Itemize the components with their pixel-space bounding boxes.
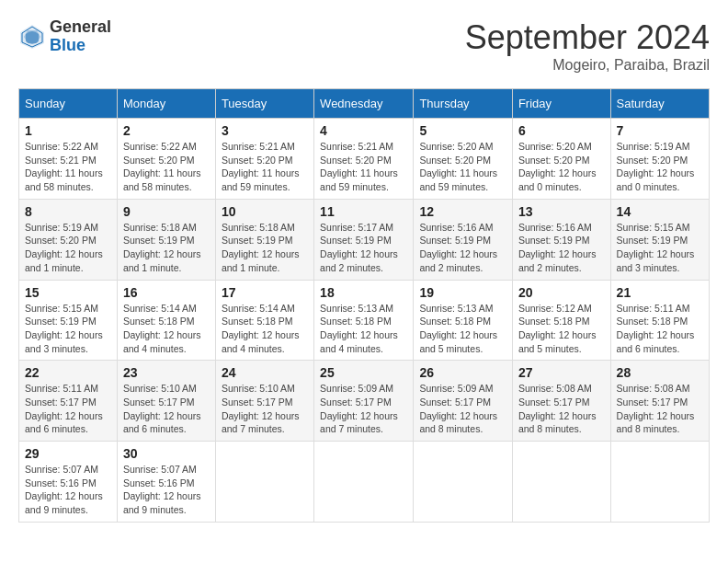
day-number: 14 bbox=[617, 204, 703, 219]
day-number: 25 bbox=[320, 365, 407, 380]
day-number: 19 bbox=[419, 285, 506, 300]
logo-text: General Blue bbox=[50, 18, 111, 55]
page-header: General Blue September 2024 Mogeiro, Par… bbox=[18, 18, 710, 74]
location-subtitle: Mogeiro, Paraiba, Brazil bbox=[465, 57, 710, 74]
day-number: 3 bbox=[222, 123, 308, 138]
day-info: Sunrise: 5:13 AMSunset: 5:18 PMDaylight:… bbox=[320, 302, 407, 356]
col-friday: Friday bbox=[512, 89, 610, 119]
day-number: 15 bbox=[25, 285, 111, 300]
day-number: 26 bbox=[419, 365, 506, 380]
day-16: 16 Sunrise: 5:14 AMSunset: 5:18 PMDaylig… bbox=[117, 280, 215, 361]
calendar-row-4: 22 Sunrise: 5:11 AMSunset: 5:17 PMDaylig… bbox=[19, 361, 710, 442]
day-18: 18 Sunrise: 5:13 AMSunset: 5:18 PMDaylig… bbox=[314, 280, 414, 361]
day-11: 11 Sunrise: 5:17 AMSunset: 5:19 PMDaylig… bbox=[314, 199, 414, 280]
day-3: 3 Sunrise: 5:21 AMSunset: 5:20 PMDayligh… bbox=[215, 119, 313, 200]
calendar-row-2: 8 Sunrise: 5:19 AMSunset: 5:20 PMDayligh… bbox=[19, 199, 710, 280]
day-info: Sunrise: 5:20 AMSunset: 5:20 PMDaylight:… bbox=[518, 140, 605, 194]
day-info: Sunrise: 5:19 AMSunset: 5:20 PMDaylight:… bbox=[25, 221, 111, 275]
day-info: Sunrise: 5:12 AMSunset: 5:18 PMDaylight:… bbox=[518, 302, 605, 356]
day-info: Sunrise: 5:14 AMSunset: 5:18 PMDaylight:… bbox=[222, 302, 308, 356]
day-number: 2 bbox=[123, 123, 210, 138]
day-number: 9 bbox=[123, 204, 210, 219]
day-20: 20 Sunrise: 5:12 AMSunset: 5:18 PMDaylig… bbox=[512, 280, 610, 361]
day-number: 11 bbox=[320, 204, 407, 219]
day-29: 29 Sunrise: 5:07 AMSunset: 5:16 PMDaylig… bbox=[19, 442, 118, 523]
day-26: 26 Sunrise: 5:09 AMSunset: 5:17 PMDaylig… bbox=[414, 361, 512, 442]
day-info: Sunrise: 5:11 AMSunset: 5:17 PMDaylight:… bbox=[25, 382, 111, 436]
day-info: Sunrise: 5:08 AMSunset: 5:17 PMDaylight:… bbox=[617, 382, 703, 436]
calendar-table: Sunday Monday Tuesday Wednesday Thursday… bbox=[18, 88, 710, 523]
day-27: 27 Sunrise: 5:08 AMSunset: 5:17 PMDaylig… bbox=[512, 361, 610, 442]
day-number: 18 bbox=[320, 285, 407, 300]
day-info: Sunrise: 5:22 AMSunset: 5:20 PMDaylight:… bbox=[123, 140, 210, 194]
day-number: 30 bbox=[123, 446, 210, 461]
day-info: Sunrise: 5:15 AMSunset: 5:19 PMDaylight:… bbox=[25, 302, 111, 356]
day-info: Sunrise: 5:16 AMSunset: 5:19 PMDaylight:… bbox=[518, 221, 605, 275]
day-info: Sunrise: 5:10 AMSunset: 5:17 PMDaylight:… bbox=[222, 382, 308, 436]
day-25: 25 Sunrise: 5:09 AMSunset: 5:17 PMDaylig… bbox=[314, 361, 414, 442]
day-number: 4 bbox=[320, 123, 407, 138]
month-title: September 2024 bbox=[465, 18, 710, 57]
day-number: 24 bbox=[222, 365, 308, 380]
day-info: Sunrise: 5:16 AMSunset: 5:19 PMDaylight:… bbox=[419, 221, 506, 275]
empty-cell bbox=[314, 442, 414, 523]
day-info: Sunrise: 5:17 AMSunset: 5:19 PMDaylight:… bbox=[320, 221, 407, 275]
day-13: 13 Sunrise: 5:16 AMSunset: 5:19 PMDaylig… bbox=[512, 199, 610, 280]
day-8: 8 Sunrise: 5:19 AMSunset: 5:20 PMDayligh… bbox=[19, 199, 118, 280]
logo: General Blue bbox=[18, 18, 111, 55]
calendar-row-5: 29 Sunrise: 5:07 AMSunset: 5:16 PMDaylig… bbox=[19, 442, 710, 523]
day-number: 17 bbox=[222, 285, 308, 300]
empty-cell bbox=[512, 442, 610, 523]
calendar-row-1: 1 Sunrise: 5:22 AMSunset: 5:21 PMDayligh… bbox=[19, 119, 710, 200]
logo-general-text: General bbox=[50, 18, 111, 37]
day-info: Sunrise: 5:19 AMSunset: 5:20 PMDaylight:… bbox=[617, 140, 703, 194]
day-info: Sunrise: 5:21 AMSunset: 5:20 PMDaylight:… bbox=[222, 140, 308, 194]
day-number: 27 bbox=[518, 365, 605, 380]
day-22: 22 Sunrise: 5:11 AMSunset: 5:17 PMDaylig… bbox=[19, 361, 118, 442]
day-number: 7 bbox=[617, 123, 703, 138]
col-monday: Monday bbox=[117, 89, 215, 119]
day-10: 10 Sunrise: 5:18 AMSunset: 5:19 PMDaylig… bbox=[215, 199, 313, 280]
day-7: 7 Sunrise: 5:19 AMSunset: 5:20 PMDayligh… bbox=[610, 119, 709, 200]
day-19: 19 Sunrise: 5:13 AMSunset: 5:18 PMDaylig… bbox=[414, 280, 512, 361]
day-9: 9 Sunrise: 5:18 AMSunset: 5:19 PMDayligh… bbox=[117, 199, 215, 280]
day-number: 22 bbox=[25, 365, 111, 380]
logo-icon bbox=[18, 23, 46, 51]
col-saturday: Saturday bbox=[610, 89, 709, 119]
day-4: 4 Sunrise: 5:21 AMSunset: 5:20 PMDayligh… bbox=[314, 119, 414, 200]
day-2: 2 Sunrise: 5:22 AMSunset: 5:20 PMDayligh… bbox=[117, 119, 215, 200]
day-number: 1 bbox=[25, 123, 111, 138]
day-info: Sunrise: 5:18 AMSunset: 5:19 PMDaylight:… bbox=[123, 221, 210, 275]
day-info: Sunrise: 5:07 AMSunset: 5:16 PMDaylight:… bbox=[25, 463, 111, 517]
day-23: 23 Sunrise: 5:10 AMSunset: 5:17 PMDaylig… bbox=[117, 361, 215, 442]
day-info: Sunrise: 5:09 AMSunset: 5:17 PMDaylight:… bbox=[320, 382, 407, 436]
day-info: Sunrise: 5:22 AMSunset: 5:21 PMDaylight:… bbox=[25, 140, 111, 194]
day-number: 12 bbox=[419, 204, 506, 219]
day-info: Sunrise: 5:13 AMSunset: 5:18 PMDaylight:… bbox=[419, 302, 506, 356]
day-number: 10 bbox=[222, 204, 308, 219]
col-thursday: Thursday bbox=[414, 89, 512, 119]
day-number: 21 bbox=[617, 285, 703, 300]
day-24: 24 Sunrise: 5:10 AMSunset: 5:17 PMDaylig… bbox=[215, 361, 313, 442]
day-number: 13 bbox=[518, 204, 605, 219]
day-info: Sunrise: 5:15 AMSunset: 5:19 PMDaylight:… bbox=[617, 221, 703, 275]
day-15: 15 Sunrise: 5:15 AMSunset: 5:19 PMDaylig… bbox=[19, 280, 118, 361]
day-14: 14 Sunrise: 5:15 AMSunset: 5:19 PMDaylig… bbox=[610, 199, 709, 280]
day-6: 6 Sunrise: 5:20 AMSunset: 5:20 PMDayligh… bbox=[512, 119, 610, 200]
day-number: 29 bbox=[25, 446, 111, 461]
calendar-header-row: Sunday Monday Tuesday Wednesday Thursday… bbox=[19, 89, 710, 119]
day-30: 30 Sunrise: 5:07 AMSunset: 5:16 PMDaylig… bbox=[117, 442, 215, 523]
empty-cell bbox=[610, 442, 709, 523]
day-12: 12 Sunrise: 5:16 AMSunset: 5:19 PMDaylig… bbox=[414, 199, 512, 280]
title-area: September 2024 Mogeiro, Paraiba, Brazil bbox=[465, 18, 710, 74]
day-info: Sunrise: 5:09 AMSunset: 5:17 PMDaylight:… bbox=[419, 382, 506, 436]
day-number: 28 bbox=[617, 365, 703, 380]
day-number: 20 bbox=[518, 285, 605, 300]
day-21: 21 Sunrise: 5:11 AMSunset: 5:18 PMDaylig… bbox=[610, 280, 709, 361]
empty-cell bbox=[215, 442, 313, 523]
day-info: Sunrise: 5:11 AMSunset: 5:18 PMDaylight:… bbox=[617, 302, 703, 356]
day-17: 17 Sunrise: 5:14 AMSunset: 5:18 PMDaylig… bbox=[215, 280, 313, 361]
day-5: 5 Sunrise: 5:20 AMSunset: 5:20 PMDayligh… bbox=[414, 119, 512, 200]
day-info: Sunrise: 5:21 AMSunset: 5:20 PMDaylight:… bbox=[320, 140, 407, 194]
day-number: 23 bbox=[123, 365, 210, 380]
